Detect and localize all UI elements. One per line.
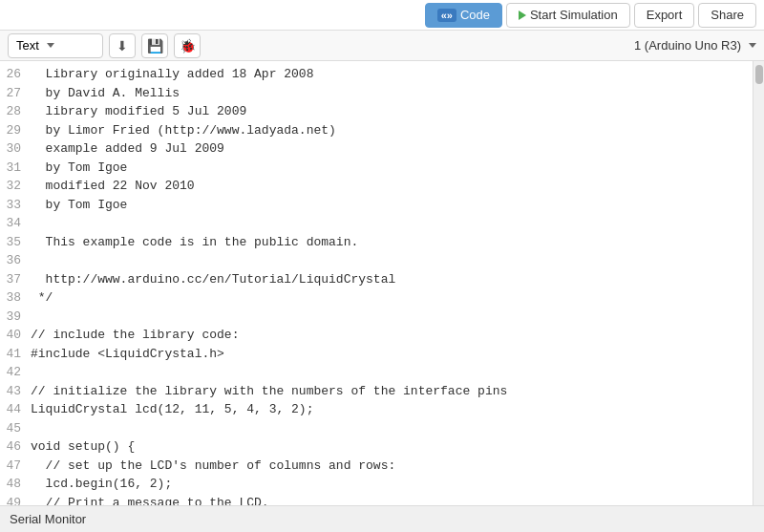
line-content: modified 22 Nov 2010 xyxy=(31,177,195,196)
line-number: 31 xyxy=(0,159,31,178)
table-row: 48 lcd.begin(16, 2); xyxy=(0,475,753,494)
board-selector[interactable]: 1 (Arduino Uno R3) xyxy=(634,38,756,53)
share-button[interactable]: Share xyxy=(698,3,756,28)
table-row: 37 http://www.arduino.cc/en/Tutorial/Liq… xyxy=(0,270,753,289)
line-number: 48 xyxy=(0,475,31,494)
line-content: library modified 5 Jul 2009 xyxy=(31,102,246,121)
download-icon: ⬇ xyxy=(117,38,128,53)
table-row: 42 xyxy=(0,363,753,382)
scroll-thumb[interactable] xyxy=(755,65,763,84)
line-content: // include the library code: xyxy=(31,326,239,345)
line-content: by Tom Igoe xyxy=(31,159,127,178)
scrollbar[interactable] xyxy=(753,61,764,505)
status-bar: Serial Monitor xyxy=(0,505,764,532)
line-content: // Print a message to the LCD. xyxy=(31,494,269,506)
line-number: 43 xyxy=(0,382,31,401)
board-label: 1 (Arduino Uno R3) xyxy=(634,38,741,53)
line-number: 27 xyxy=(0,84,31,103)
save-button[interactable]: 💾 xyxy=(141,33,168,58)
table-row: 39 xyxy=(0,308,753,327)
line-content: // set up the LCD's number of columns an… xyxy=(31,457,395,476)
line-number: 35 xyxy=(0,233,31,252)
code-container[interactable]: 26 Library originally added 18 Apr 20082… xyxy=(0,61,753,505)
line-number: 44 xyxy=(0,400,31,419)
table-row: 29 by Limor Fried (http://www.ladyada.ne… xyxy=(0,121,753,140)
table-row: 49 // Print a message to the LCD. xyxy=(0,494,753,506)
table-row: 46void setup() { xyxy=(0,437,753,457)
line-number: 33 xyxy=(0,196,31,215)
line-number: 37 xyxy=(0,270,31,289)
text-mode-select[interactable]: Text xyxy=(8,33,103,58)
download-button[interactable]: ⬇ xyxy=(109,33,136,58)
table-row: 27 by David A. Mellis xyxy=(0,84,753,103)
second-toolbar: Text ⬇ 💾 🐞 1 (Arduino Uno R3) xyxy=(0,31,764,61)
line-number: 28 xyxy=(0,102,31,121)
line-content: // initialize the library with the numbe… xyxy=(31,382,507,401)
table-row: 35 This example code is in the public do… xyxy=(0,233,753,252)
table-row: 38 */ xyxy=(0,288,753,308)
code-editor: 26 Library originally added 18 Apr 20082… xyxy=(0,61,753,505)
table-row: 45 xyxy=(0,419,753,438)
line-number: 39 xyxy=(0,308,31,327)
line-number: 32 xyxy=(0,177,31,196)
line-content: #include <LiquidCrystal.h> xyxy=(31,345,224,364)
line-content: by Limor Fried (http://www.ladyada.net) xyxy=(31,121,336,140)
line-content: by Tom Igoe xyxy=(31,196,127,215)
serial-monitor-label: Serial Monitor xyxy=(10,512,86,526)
line-number: 42 xyxy=(0,363,31,382)
table-row: 43// initialize the library with the num… xyxy=(0,382,753,401)
line-content: http://www.arduino.cc/en/Tutorial/Liquid… xyxy=(31,270,395,289)
editor-area: 26 Library originally added 18 Apr 20082… xyxy=(0,61,764,505)
line-number: 36 xyxy=(0,251,31,270)
table-row: 32 modified 22 Nov 2010 xyxy=(0,177,753,196)
line-content: This example code is in the public domai… xyxy=(31,233,358,252)
table-row: 28 library modified 5 Jul 2009 xyxy=(0,102,753,121)
table-row: 31 by Tom Igoe xyxy=(0,159,753,178)
line-number: 29 xyxy=(0,121,31,140)
line-content: example added 9 Jul 2009 xyxy=(31,139,224,159)
export-button[interactable]: Export xyxy=(634,3,695,28)
start-simulation-label: Start Simulation xyxy=(530,8,618,22)
code-icon: «» xyxy=(437,9,456,22)
export-label: Export xyxy=(647,8,683,22)
table-row: 34 xyxy=(0,214,753,233)
line-number: 45 xyxy=(0,419,31,438)
line-number: 40 xyxy=(0,326,31,345)
bug-icon: 🐞 xyxy=(180,38,196,53)
line-number: 34 xyxy=(0,214,31,233)
line-number: 30 xyxy=(0,139,31,159)
line-content: LiquidCrystal lcd(12, 11, 5, 4, 3, 2); xyxy=(31,400,313,419)
board-selector-arrow-icon xyxy=(749,43,756,48)
text-mode-label: Text xyxy=(16,38,39,53)
save-icon: 💾 xyxy=(147,38,163,53)
line-number: 49 xyxy=(0,494,31,506)
play-icon xyxy=(519,11,526,20)
table-row: 30 example added 9 Jul 2009 xyxy=(0,139,753,159)
debug-button[interactable]: 🐞 xyxy=(174,33,201,58)
table-row: 33 by Tom Igoe xyxy=(0,196,753,215)
line-content: void setup() { xyxy=(31,437,135,457)
line-number: 38 xyxy=(0,288,31,308)
table-row: 40// include the library code: xyxy=(0,326,753,345)
line-content: by David A. Mellis xyxy=(31,84,180,103)
line-number: 41 xyxy=(0,345,31,364)
line-content: lcd.begin(16, 2); xyxy=(31,475,172,494)
line-content: Library originally added 18 Apr 2008 xyxy=(31,65,313,84)
table-row: 47 // set up the LCD's number of columns… xyxy=(0,457,753,476)
line-number: 46 xyxy=(0,437,31,457)
table-row: 41#include <LiquidCrystal.h> xyxy=(0,345,753,364)
code-button[interactable]: «» Code xyxy=(425,3,502,28)
line-content: */ xyxy=(31,288,53,308)
top-toolbar: «» Code Start Simulation Export Share xyxy=(0,0,764,31)
code-label: Code xyxy=(460,8,490,22)
line-number: 26 xyxy=(0,65,31,84)
text-select-arrow-icon xyxy=(47,43,54,48)
share-label: Share xyxy=(711,8,744,22)
table-row: 26 Library originally added 18 Apr 2008 xyxy=(0,65,753,84)
line-number: 47 xyxy=(0,457,31,476)
table-row: 44LiquidCrystal lcd(12, 11, 5, 4, 3, 2); xyxy=(0,400,753,419)
table-row: 36 xyxy=(0,251,753,270)
start-simulation-button[interactable]: Start Simulation xyxy=(506,3,630,28)
